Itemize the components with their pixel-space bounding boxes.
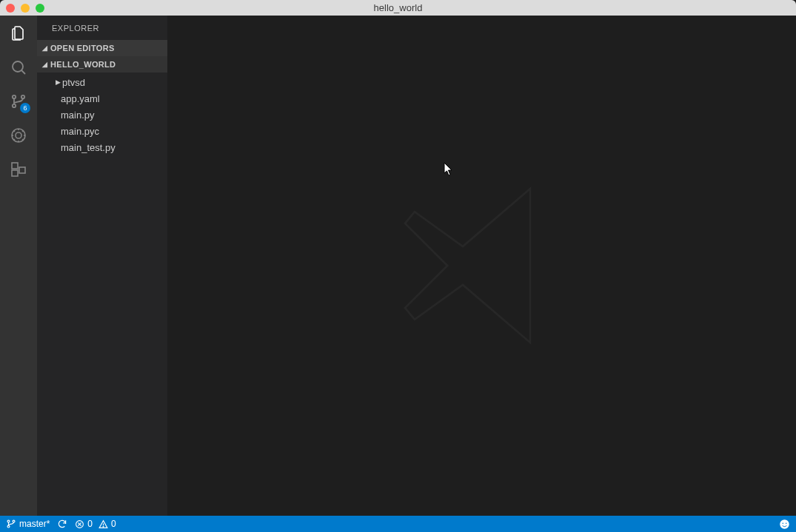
status-bar: master* 0 0 <box>0 516 796 532</box>
vscode-watermark-icon <box>386 169 578 362</box>
svg-rect-7 <box>12 170 18 176</box>
open-editors-section[interactable]: ◢ OPEN EDITORS <box>37 40 167 56</box>
sidebar-title: EXPLORER <box>37 16 167 40</box>
scm-activity[interactable]: 6 <box>8 91 29 112</box>
folder-name-label: HELLO_WORLD <box>50 60 116 69</box>
warning-count: 0 <box>111 519 116 529</box>
svg-point-15 <box>783 522 784 524</box>
search-icon <box>10 58 27 76</box>
smiley-icon <box>779 519 790 530</box>
svg-point-14 <box>780 519 789 529</box>
files-icon <box>10 24 27 42</box>
tree-item-label: main.py <box>61 110 95 121</box>
editor-area <box>167 16 796 516</box>
svg-point-11 <box>13 520 15 522</box>
svg-point-2 <box>13 104 16 107</box>
tree-item-label: main.pyc <box>61 126 99 137</box>
svg-point-0 <box>13 61 23 72</box>
svg-point-16 <box>786 522 787 524</box>
problems-status[interactable]: 0 0 <box>75 519 116 529</box>
feedback-status[interactable] <box>779 519 790 530</box>
branch-name: master* <box>19 519 50 529</box>
minimize-window-button[interactable] <box>21 4 30 13</box>
file-tree: ▶ ptvsd app.yaml main.py main.pyc main_t… <box>37 73 167 155</box>
tree-file-main-pyc[interactable]: main.pyc <box>37 123 167 139</box>
tree-file-main-test-py[interactable]: main_test.py <box>37 139 167 155</box>
explorer-activity[interactable] <box>8 23 29 44</box>
activity-bar: 6 <box>0 16 37 516</box>
error-count: 0 <box>87 519 93 529</box>
svg-point-5 <box>16 132 21 138</box>
scm-badge: 6 <box>20 103 30 113</box>
svg-point-1 <box>13 95 16 98</box>
sync-icon <box>57 519 67 529</box>
chevron-down-icon: ◢ <box>41 44 49 52</box>
maximize-window-button[interactable] <box>36 4 44 13</box>
warning-icon <box>98 519 108 529</box>
sidebar: EXPLORER ◢ OPEN EDITORS ◢ HELLO_WORLD ▶ … <box>37 16 167 516</box>
tree-folder-ptvsd[interactable]: ▶ ptvsd <box>37 74 167 90</box>
extensions-activity[interactable] <box>8 159 29 180</box>
svg-point-13 <box>103 526 104 527</box>
svg-rect-8 <box>19 167 25 173</box>
close-window-button[interactable] <box>6 4 15 13</box>
debug-activity[interactable] <box>8 125 29 146</box>
window-title: hello_world <box>0 2 796 13</box>
search-activity[interactable] <box>8 57 29 78</box>
extensions-icon <box>10 161 27 178</box>
bug-icon <box>10 127 27 144</box>
traffic-lights <box>6 4 44 13</box>
svg-point-9 <box>7 520 10 522</box>
tree-file-app-yaml[interactable]: app.yaml <box>37 90 167 107</box>
svg-point-3 <box>21 95 24 98</box>
svg-rect-6 <box>12 163 18 169</box>
titlebar: hello_world <box>0 0 796 16</box>
tree-item-label: app.yaml <box>61 93 100 104</box>
tree-item-label: ptvsd <box>62 77 85 88</box>
git-branch-status[interactable]: master* <box>6 519 50 529</box>
tree-item-label: main_test.py <box>61 142 116 153</box>
sync-status[interactable] <box>57 519 67 529</box>
tree-file-main-py[interactable]: main.py <box>37 107 167 123</box>
open-editors-label: OPEN EDITORS <box>50 44 115 53</box>
folder-section[interactable]: ◢ HELLO_WORLD <box>37 56 167 73</box>
svg-point-10 <box>7 525 10 528</box>
chevron-down-icon: ◢ <box>41 61 49 68</box>
error-icon <box>75 519 84 529</box>
git-branch-icon <box>6 519 16 529</box>
chevron-right-icon: ▶ <box>53 78 62 86</box>
